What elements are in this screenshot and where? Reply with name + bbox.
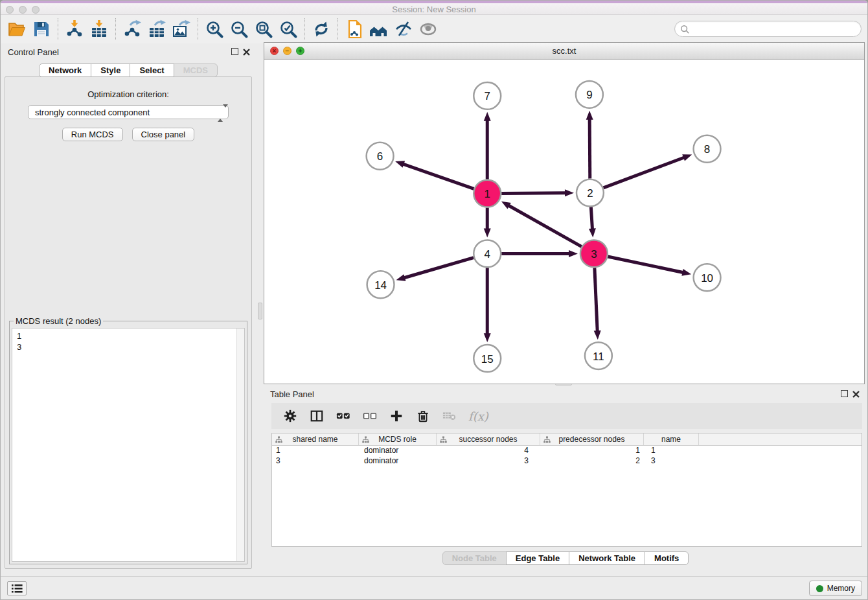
edge-4-15[interactable] — [484, 268, 491, 342]
cell-name[interactable]: 3 — [644, 456, 699, 467]
tab-style[interactable]: Style — [91, 63, 130, 77]
edge-2-3[interactable] — [589, 207, 596, 238]
show-all-button[interactable] — [416, 17, 440, 41]
import-network-button[interactable] — [62, 17, 87, 41]
table-row[interactable]: 1dominator411 — [272, 446, 862, 456]
optimization-criterion-select[interactable]: strongly connected component — [28, 105, 229, 119]
search-box[interactable] — [674, 21, 862, 37]
edge-1-7[interactable] — [484, 112, 491, 179]
column-header-predecessor-nodes[interactable]: predecessor nodes — [540, 433, 644, 445]
node-7[interactable]: 7 — [474, 82, 501, 110]
column-header-shared-name[interactable]: shared name — [272, 433, 359, 445]
tab-node-table[interactable]: Node Table — [442, 551, 507, 565]
node-8[interactable]: 8 — [694, 135, 721, 163]
svg-text:3: 3 — [591, 248, 597, 260]
edge-4-3[interactable] — [501, 250, 578, 257]
export-network-button[interactable] — [120, 17, 144, 41]
node-1[interactable]: 1 — [474, 180, 501, 207]
first-neighbors-button[interactable] — [367, 17, 391, 41]
tab-mcds[interactable]: MCDS — [174, 63, 218, 77]
zoom-in-icon — [205, 19, 224, 39]
node-11[interactable]: 11 — [585, 342, 612, 369]
delete-column-button[interactable] — [415, 408, 431, 424]
column-header-mcds-role[interactable]: MCDS role — [359, 433, 437, 445]
node-14[interactable]: 14 — [367, 271, 394, 298]
close-panel-icon[interactable] — [242, 47, 251, 56]
open-session-button[interactable] — [5, 17, 29, 41]
close-panel-button[interactable]: Close panel — [132, 128, 195, 141]
column-header-successor-nodes[interactable]: successor nodes — [437, 433, 540, 445]
node-3[interactable]: 3 — [580, 240, 608, 267]
deselect-all-button[interactable] — [362, 408, 378, 424]
hide-selected-button[interactable] — [391, 17, 416, 41]
network-canvas[interactable]: 7968124314101511 — [264, 60, 864, 384]
svg-text:7: 7 — [485, 90, 490, 102]
edge-1-2[interactable] — [501, 189, 574, 196]
column-header-name[interactable]: name — [644, 433, 699, 445]
import-table-button[interactable] — [87, 17, 111, 41]
run-mcds-button[interactable]: Run MCDS — [62, 128, 123, 141]
export-table-button[interactable] — [144, 17, 169, 41]
cell-mcds-role[interactable]: dominator — [359, 446, 437, 456]
result-line: 1 — [17, 330, 240, 341]
float-panel-icon[interactable] — [231, 48, 238, 55]
application-window: Session: New Session Control Panel Netwo… — [0, 0, 868, 600]
edge-4-14[interactable] — [396, 258, 474, 281]
tab-network-table[interactable]: Network Table — [569, 551, 645, 565]
edge-3-11[interactable] — [594, 268, 601, 340]
edge-3-10[interactable] — [608, 257, 691, 276]
cell-shared-name[interactable]: 1 — [272, 446, 359, 456]
close-table-panel-icon[interactable] — [852, 389, 860, 398]
column-type-icon — [275, 436, 282, 443]
titlebar: Session: New Session — [1, 1, 867, 15]
new-network-from-selection-button[interactable] — [342, 17, 367, 41]
node-9[interactable]: 9 — [576, 81, 603, 108]
table-row[interactable]: 3dominator323 — [272, 456, 862, 467]
zoom-fit-icon — [254, 19, 273, 39]
tab-network[interactable]: Network — [39, 63, 91, 77]
node-2[interactable]: 2 — [577, 179, 604, 207]
search-input[interactable] — [692, 22, 857, 36]
cell-name[interactable]: 1 — [644, 446, 699, 456]
tab-edge-table[interactable]: Edge Table — [506, 551, 569, 565]
cell-shared-name[interactable]: 3 — [272, 456, 359, 467]
split-view-button[interactable] — [309, 408, 325, 424]
select-all-button[interactable] — [336, 408, 351, 424]
gear-button[interactable] — [282, 408, 298, 424]
table-panel-title: Table Panel — [270, 389, 314, 399]
edge-2-8[interactable] — [603, 154, 692, 188]
task-history-button[interactable] — [7, 581, 27, 595]
result-scrollbar[interactable] — [236, 329, 244, 561]
node-table: shared nameMCDS rolesuccessor nodesprede… — [271, 433, 862, 547]
cell-successor-nodes[interactable]: 4 — [437, 446, 540, 456]
memory-button[interactable]: Memory — [809, 581, 862, 596]
zoom-in-button[interactable] — [202, 17, 227, 41]
node-6[interactable]: 6 — [367, 143, 394, 170]
export-image-button[interactable] — [169, 17, 194, 41]
svg-text:15: 15 — [481, 353, 494, 365]
zoom-selected-button[interactable] — [276, 17, 301, 41]
tab-motifs[interactable]: Motifs — [645, 551, 689, 565]
control-panel-header: Control Panel — [1, 43, 256, 63]
node-15[interactable]: 15 — [474, 345, 501, 372]
node-10[interactable]: 10 — [694, 264, 721, 291]
vertical-splitter-grip[interactable] — [258, 303, 262, 319]
zoom-fit-button[interactable] — [251, 17, 276, 41]
edge-3-1[interactable] — [501, 202, 582, 247]
cell-predecessor-nodes[interactable]: 1 — [540, 446, 644, 456]
node-4[interactable]: 4 — [474, 240, 501, 267]
mcds-result-textarea[interactable]: 13 — [12, 328, 245, 562]
add-column-button[interactable] — [389, 408, 404, 424]
import-network-icon — [65, 19, 84, 39]
cell-predecessor-nodes[interactable]: 2 — [540, 456, 644, 467]
zoom-out-button[interactable] — [227, 17, 251, 41]
float-table-panel-icon[interactable] — [841, 390, 848, 397]
tab-select[interactable]: Select — [130, 63, 174, 77]
edge-1-6[interactable] — [395, 161, 474, 189]
edge-2-9[interactable] — [586, 111, 593, 179]
edge-1-4[interactable] — [484, 208, 491, 238]
apply-layout-button[interactable] — [309, 17, 334, 41]
save-session-button[interactable] — [29, 17, 54, 41]
cell-mcds-role[interactable]: dominator — [359, 456, 437, 467]
cell-successor-nodes[interactable]: 3 — [437, 456, 540, 467]
